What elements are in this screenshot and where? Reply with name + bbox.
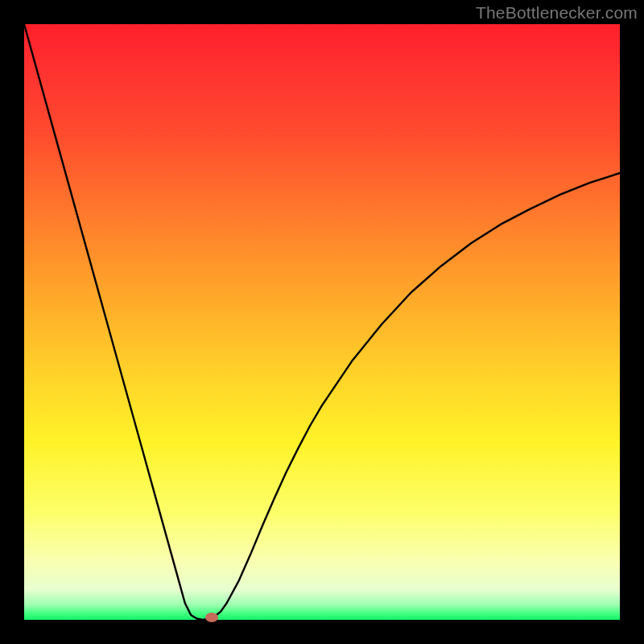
- chart-plot-area: [24, 24, 620, 620]
- watermark-text: TheBottlenecker.com: [476, 3, 638, 23]
- chart-frame: TheBottlenecker.com: [0, 0, 644, 644]
